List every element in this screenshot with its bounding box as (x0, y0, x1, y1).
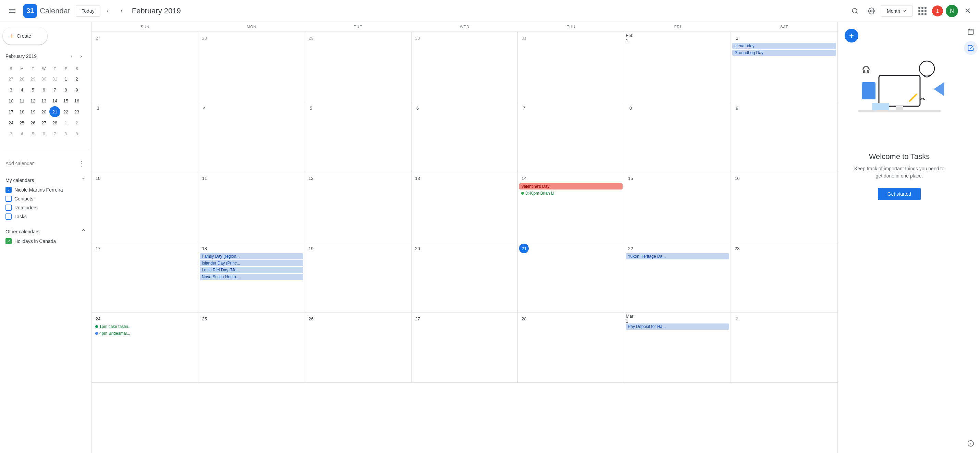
mini-cal-day[interactable]: 21 (49, 106, 60, 117)
calendar-checkbox[interactable] (5, 213, 12, 219)
calendar-day-number[interactable]: Mar 1 (626, 314, 635, 323)
calendar-cell[interactable]: Mar 1Pay Deposit for Ha... (624, 313, 731, 382)
calendar-day-number[interactable]: 12 (306, 174, 316, 183)
calendar-cell[interactable]: 31 (518, 32, 624, 102)
calendar-cell[interactable]: 2elena bdayGroundhog Day (731, 32, 837, 102)
calendar-cell[interactable]: 19 (305, 242, 412, 312)
mini-cal-day[interactable]: 28 (49, 117, 60, 128)
mini-cal-day[interactable]: 27 (5, 73, 16, 84)
calendar-day-number[interactable]: 18 (200, 244, 209, 253)
mini-cal-day[interactable]: 25 (16, 117, 27, 128)
calendar-cell[interactable]: 8 (624, 102, 731, 172)
mini-cal-day[interactable]: 2 (71, 73, 82, 84)
calendar-cell[interactable]: 27 (92, 32, 199, 102)
calendar-day-number[interactable]: 11 (200, 174, 209, 183)
mini-cal-day[interactable]: 27 (38, 117, 49, 128)
calendar-day-number[interactable]: 2 (732, 314, 742, 323)
calendar-day-number[interactable]: 26 (306, 314, 316, 323)
calendar-cell[interactable]: 30 (412, 32, 518, 102)
calendar-cell[interactable]: 16 (731, 172, 837, 242)
calendar-day-number[interactable]: 5 (306, 103, 316, 113)
calendar-day-number[interactable]: 31 (519, 33, 529, 43)
event-chip[interactable]: 1pm cake tastin... (93, 323, 197, 330)
calendar-cell[interactable]: 11 (199, 172, 305, 242)
add-task-button[interactable]: + (845, 29, 858, 43)
menu-button[interactable] (5, 4, 19, 18)
calendar-cell[interactable]: 9 (731, 102, 837, 172)
calendar-day-number[interactable]: 10 (93, 174, 103, 183)
calendar-cell[interactable]: 27 (412, 313, 518, 382)
calendar-cell[interactable]: 2 (731, 313, 837, 382)
apps-button[interactable] (916, 4, 929, 18)
mini-cal-day[interactable]: 15 (60, 95, 71, 106)
calendar-day-number[interactable]: 3 (93, 103, 103, 113)
event-chip[interactable]: Yukon Heritage Da... (626, 253, 729, 259)
calendar-day-number[interactable]: 6 (413, 103, 423, 113)
mini-cal-day[interactable]: 22 (60, 106, 71, 117)
calendar-cell[interactable]: 3 (92, 102, 199, 172)
mini-cal-day[interactable]: 28 (16, 73, 27, 84)
mini-cal-day[interactable]: 19 (27, 106, 38, 117)
mini-prev-button[interactable]: ‹ (67, 51, 76, 61)
calendar-day-number[interactable]: 25 (200, 314, 209, 323)
calendar-cell[interactable]: 241pm cake tastin...4pm Bridesmai... (92, 313, 199, 382)
mini-next-button[interactable]: › (76, 51, 86, 61)
mini-cal-day[interactable]: 5 (27, 84, 38, 95)
mini-cal-day[interactable]: 7 (49, 128, 60, 139)
calendar-day-number[interactable]: 30 (413, 33, 423, 43)
mini-cal-day[interactable]: 12 (27, 95, 38, 106)
notification-badge[interactable]: 1 (932, 5, 943, 16)
calendar-day-number[interactable]: 15 (626, 174, 635, 183)
calendar-cell[interactable]: 5 (305, 102, 412, 172)
get-started-button[interactable]: Get started (878, 188, 921, 200)
my-calendars-header[interactable]: My calendars ⌃ (5, 175, 86, 185)
calendar-cell[interactable]: 20 (412, 242, 518, 312)
mini-cal-day[interactable]: 16 (71, 95, 82, 106)
calendar-cell[interactable]: 12 (305, 172, 412, 242)
calendar-cell[interactable]: 25 (199, 313, 305, 382)
mini-cal-day[interactable]: 7 (49, 84, 60, 95)
my-calendar-item[interactable]: Nicole Martins Ferreira (5, 185, 86, 194)
add-calendar-more-button[interactable]: ⋮ (76, 159, 86, 168)
event-chip[interactable]: Pay Deposit for Ha... (626, 323, 729, 330)
calendar-day-number[interactable]: 23 (732, 244, 742, 253)
event-chip[interactable]: Nova Scotia Herita... (200, 274, 303, 280)
calendar-cell[interactable]: 21 (518, 242, 624, 312)
mini-cal-day[interactable]: 9 (71, 128, 82, 139)
calendar-cell[interactable]: 14Valentine's Day3:40pm Brian Li (518, 172, 624, 242)
mini-cal-day[interactable]: 1 (60, 117, 71, 128)
calendar-day-number[interactable]: 19 (306, 244, 316, 253)
calendar-day-number[interactable]: 27 (93, 33, 103, 43)
calendar-day-number[interactable]: 16 (732, 174, 742, 183)
mini-cal-day[interactable]: 2 (71, 117, 82, 128)
settings-button[interactable] (864, 4, 878, 18)
my-calendar-item[interactable]: Contacts (5, 194, 86, 203)
calendar-checkbox[interactable] (5, 196, 12, 202)
calendar-day-number[interactable]: 7 (519, 103, 529, 113)
mini-cal-day[interactable]: 30 (38, 73, 49, 84)
calendar-cell[interactable]: 15 (624, 172, 731, 242)
calendar-cell[interactable]: 18Family Day (region...Islander Day (Pri… (199, 242, 305, 312)
calendar-checkbox[interactable] (5, 238, 12, 244)
mini-cal-day[interactable]: 29 (27, 73, 38, 84)
mini-cal-day[interactable]: 23 (71, 106, 82, 117)
mini-cal-day[interactable]: 8 (60, 84, 71, 95)
avatar[interactable]: N (946, 5, 958, 17)
calendar-cell[interactable]: 4 (199, 102, 305, 172)
mini-cal-day[interactable]: 9 (71, 84, 82, 95)
mini-cal-day[interactable]: 3 (5, 128, 16, 139)
calendar-day-number[interactable]: 13 (413, 174, 423, 183)
mini-cal-day[interactable]: 26 (27, 117, 38, 128)
mini-cal-day[interactable]: 5 (27, 128, 38, 139)
calendar-day-number[interactable]: 8 (626, 103, 635, 113)
event-chip[interactable]: elena bday (732, 43, 836, 49)
calendar-cell[interactable]: 22Yukon Heritage Da... (624, 242, 731, 312)
calendar-day-number[interactable]: 2 (732, 33, 742, 43)
calendar-cell[interactable]: 26 (305, 313, 412, 382)
event-chip[interactable]: Louis Riel Day (Ma... (200, 267, 303, 273)
mini-cal-day[interactable]: 18 (16, 106, 27, 117)
calendar-cell[interactable]: 17 (92, 242, 199, 312)
calendar-cell[interactable]: 10 (92, 172, 199, 242)
close-button[interactable]: ✕ (961, 4, 975, 18)
calendar-day-number[interactable]: 20 (413, 244, 423, 253)
